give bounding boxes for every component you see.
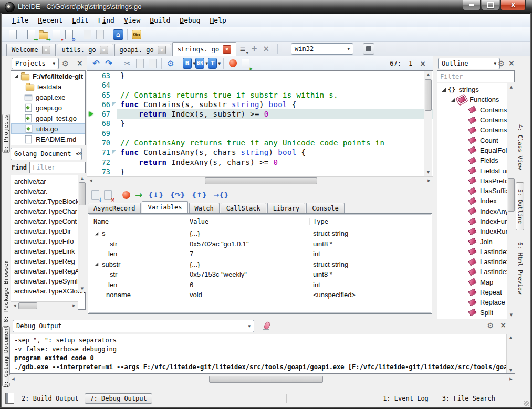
debug-output-console[interactable]: -sep=", ": setup separators -v=false: ve… <box>9 334 515 374</box>
outline-item[interactable]: HasPrefix <box>437 176 514 186</box>
debug-tab[interactable]: AsyncRecord <box>88 203 141 213</box>
document-tab[interactable]: Welcome × <box>6 44 56 56</box>
home-icon[interactable]: ⌂ <box>112 28 124 41</box>
table-row[interactable]: len 6 int <box>89 280 431 290</box>
code-line[interactable]: 72 return IndexAny(s, chars) >= 0 <box>87 158 433 167</box>
output-close-icon[interactable]: × <box>500 321 506 329</box>
menu-item[interactable]: Build <box>145 15 175 26</box>
build-config-gear-icon[interactable]: ⚙ <box>164 57 177 70</box>
copy-icon[interactable] <box>133 57 146 70</box>
projects-combo[interactable]: Projects ▾ <box>12 58 59 69</box>
table-row[interactable]: s {...} struct string <box>89 228 431 239</box>
outline-item[interactable]: Join <box>437 236 514 246</box>
list-item[interactable]: archive/tar.TypeXGlobalHeader <box>11 286 85 296</box>
list-item[interactable]: archive/tar. <box>11 186 85 196</box>
code-line[interactable]: 66func Contains(s, substr string) bool { <box>87 100 433 109</box>
list-item[interactable]: archive/tar.TypeLink <box>11 246 85 256</box>
open-folder-icon[interactable]: ➥ <box>37 28 50 41</box>
stop-icon[interactable] <box>120 188 132 201</box>
expander-icon[interactable] <box>451 98 455 102</box>
tab-close-icon[interactable]: × <box>158 46 166 54</box>
outline-item[interactable]: ContainsRune <box>437 125 514 135</box>
clear-output-icon[interactable] <box>263 322 271 330</box>
gutter[interactable]: 68 <box>87 119 117 128</box>
list-item[interactable]: archive/tar.TypeSymlink <box>11 276 85 286</box>
menu-item[interactable]: Debug <box>175 15 205 26</box>
go-env-icon[interactable]: Go <box>130 28 143 41</box>
save-all-icon[interactable]: ⚙ <box>62 28 75 41</box>
list-item[interactable]: archive/tar.TypeDir <box>11 226 85 236</box>
outline-item[interactable]: EqualFold <box>437 145 514 155</box>
list-item[interactable]: archive/tar.TypeCont <box>11 216 85 226</box>
toggle-sidebar-icon[interactable] <box>5 393 14 404</box>
code-line[interactable]: 64 <box>87 80 433 90</box>
paste-icon[interactable] <box>146 57 159 70</box>
close-editor-icon[interactable]: × <box>263 44 269 54</box>
gutter[interactable]: 70 <box>87 138 117 148</box>
debug-tab[interactable]: Console <box>306 203 345 213</box>
list-item[interactable]: archive/tar.TypeFifo <box>11 236 85 246</box>
resize-grip[interactable] <box>524 401 529 406</box>
dock-tab[interactable]: 8: Package Browser <box>2 258 10 325</box>
file-search-toggle[interactable]: 3: File Search <box>442 395 495 402</box>
gutter[interactable]: 65 <box>87 90 117 100</box>
gutter[interactable]: 69 <box>87 129 117 138</box>
table-row[interactable]: noname void <unspecified> <box>89 290 431 300</box>
menu-item[interactable]: Help <box>205 15 231 26</box>
table-row[interactable]: substr {...} struct string <box>89 259 431 270</box>
build-button[interactable]: B▾ <box>183 57 195 70</box>
list-vscrollbar[interactable]: ▲ ▼ <box>78 175 86 292</box>
outline-item[interactable]: IndexAny <box>437 206 514 216</box>
outline-item[interactable]: FieldsFunc <box>437 165 514 175</box>
stop-debug-icon[interactable] <box>226 57 239 70</box>
outline-item[interactable]: IndexRune <box>437 226 514 236</box>
editor-close-icon[interactable]: × <box>420 59 426 68</box>
dock-tab[interactable]: 4: Class View <box>516 115 524 179</box>
table-row[interactable]: str 0x5702ac "go1.0.1" uint8 * <box>89 239 431 249</box>
tree-row[interactable]: F:/vfc/liteide-git <box>11 71 85 81</box>
list-item[interactable]: archive/tar.TypeRegA <box>11 266 85 276</box>
undo-icon[interactable]: ↶ <box>90 57 102 70</box>
outline-item[interactable]: Count <box>437 135 514 145</box>
insert-log-icon[interactable]: ↓ <box>89 188 101 201</box>
code-line[interactable]: 67 return Index(s, substr) >= 0 <box>87 109 433 119</box>
gutter[interactable]: 64 <box>87 80 117 90</box>
tree-row[interactable]: utils.go <box>11 123 85 134</box>
tree-row[interactable]: goapi.go <box>11 102 85 113</box>
menu-item[interactable]: Edit <box>67 15 93 26</box>
minimize-button[interactable] <box>463 0 481 11</box>
debug-tab[interactable]: Watch <box>189 203 220 213</box>
outline-item[interactable]: LastIndexFunc <box>437 267 514 277</box>
outline-item[interactable]: ContainsAny <box>437 115 514 125</box>
outline-item[interactable]: LastIndex <box>437 247 514 257</box>
tree-row[interactable]: README.md <box>11 134 85 144</box>
dock-tab[interactable]: 5: Outline <box>516 182 524 230</box>
outline-item[interactable]: Split <box>437 308 514 318</box>
outline-gear-icon[interactable]: ⚙ <box>498 59 505 68</box>
tab-close-icon[interactable]: × <box>100 46 108 54</box>
gutter[interactable]: 63 <box>87 71 117 80</box>
outline-item[interactable]: Map <box>437 277 514 287</box>
dock-tab[interactable]: 0: Projects <box>2 114 10 153</box>
test-button[interactable]: T▾ <box>208 57 221 70</box>
document-tab[interactable]: goapi. go × <box>114 44 171 56</box>
run-file-icon[interactable]: ▸ <box>239 57 252 70</box>
outline-vscrollbar[interactable]: ▲ ▼ <box>507 83 515 319</box>
column-name[interactable]: Name <box>89 218 186 225</box>
menu-item[interactable]: File <box>7 15 33 26</box>
document-tab[interactable]: utils. go × <box>57 44 113 56</box>
document-tab[interactable]: strings. go × <box>172 42 236 56</box>
debug-tab[interactable]: Library <box>267 203 306 213</box>
list-item[interactable]: archive/tar <box>11 176 85 186</box>
step-out-icon[interactable]: {↑} <box>192 191 207 199</box>
code-editor[interactable]: 63}6465// Contains returns true if subst… <box>87 70 433 176</box>
debug-tab[interactable]: CallStack <box>221 203 266 213</box>
close-button[interactable]: X <box>500 0 526 11</box>
table-row[interactable]: str 0x57153c "weekly" uint8 * <box>89 269 431 280</box>
open-file-icon[interactable]: ➥ <box>25 28 37 41</box>
expander-icon[interactable] <box>14 74 18 78</box>
gutter[interactable]: 71 <box>87 148 117 157</box>
menu-item[interactable]: Find <box>93 15 119 26</box>
run-to-line-icon[interactable]: →{} <box>213 191 228 199</box>
projects-gear-icon[interactable]: ⚙ <box>62 59 69 68</box>
